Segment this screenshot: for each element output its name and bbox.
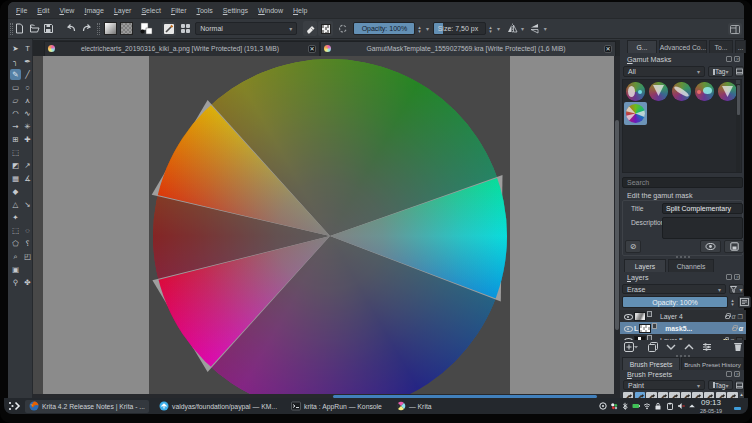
- virtual-desktop-pager[interactable]: [734, 407, 741, 410]
- delete-layer-button[interactable]: [732, 341, 744, 353]
- blend-mode-select[interactable]: Normal▾: [195, 22, 297, 35]
- color-sampler-tool[interactable]: ↗: [22, 160, 33, 171]
- brush-tag-button[interactable]: Tag▾: [708, 380, 733, 390]
- docker-tab-3[interactable]: To...: [709, 40, 733, 53]
- brush-filter-select[interactable]: Paint▾: [623, 380, 705, 390]
- close-docker-icon[interactable]: [734, 274, 740, 280]
- tab-close-button[interactable]: ✕: [604, 45, 612, 53]
- add-layer-button[interactable]: [622, 341, 642, 353]
- gamut-mask-thumb-6[interactable]: [626, 104, 645, 123]
- lock-open-icon[interactable]: [725, 315, 730, 319]
- mask-grid-scroll-up-arrow[interactable]: [736, 80, 740, 84]
- edit-shapes-tool[interactable]: ╮: [10, 56, 21, 67]
- screenlock-tray-icon[interactable]: [654, 402, 662, 410]
- select-rectangular-tool[interactable]: ⬚: [10, 225, 21, 236]
- layer-properties-button[interactable]: [700, 341, 714, 353]
- float-docker-icon[interactable]: [726, 56, 732, 62]
- layer-row-2[interactable]: Lmask5...α: [620, 322, 746, 334]
- gamut-save-button[interactable]: [724, 240, 744, 253]
- gamut-mask-thumb-3[interactable]: [672, 82, 691, 101]
- select-polygonal-tool[interactable]: ⬠: [10, 238, 21, 249]
- move-tool[interactable]: ✚: [22, 134, 33, 145]
- layer-visibility-icon[interactable]: [624, 325, 631, 332]
- open-document-button[interactable]: [28, 21, 40, 36]
- mirror-horizontal-arrow[interactable]: ▾: [519, 21, 526, 36]
- size-options-arrow[interactable]: ▾: [495, 21, 502, 36]
- gamut-title-input[interactable]: Split Complementary: [662, 203, 743, 214]
- choose-brush-preset-button[interactable]: [179, 21, 192, 36]
- panel-splitter-dots[interactable]: [676, 256, 690, 258]
- taskbar-task-kmail[interactable]: valdyas/foundation/paypal — KM...: [155, 400, 281, 413]
- tab-close-button[interactable]: ✕: [308, 45, 316, 53]
- taskbar-task-krita[interactable]: — Krita: [392, 400, 436, 413]
- gamut-filter-select[interactable]: All▾: [623, 66, 705, 77]
- gamut-mask-thumb-1[interactable]: [626, 82, 645, 101]
- freehand-path-tool[interactable]: ∿: [22, 108, 33, 119]
- layer-blend-mode-select[interactable]: Erase▾: [622, 284, 726, 294]
- lock-open-icon[interactable]: [732, 327, 737, 331]
- move-layer-down-button[interactable]: [664, 341, 678, 353]
- brush-display-mode-button[interactable]: [735, 380, 744, 390]
- inherit-alpha-icon[interactable]: ❐: [738, 313, 743, 320]
- gamut-display-mode-button[interactable]: [735, 66, 744, 77]
- wifi-tray-icon[interactable]: [643, 402, 651, 410]
- menu-file[interactable]: File: [11, 5, 32, 16]
- canvas-area[interactable]: [33, 56, 614, 395]
- polyline-tool[interactable]: ⋏: [22, 95, 33, 106]
- channels-tab[interactable]: Channels: [668, 259, 714, 272]
- gamut-cancel-button[interactable]: ⊘: [625, 240, 641, 253]
- size-slider[interactable]: Size: 7,50 px: [433, 22, 486, 35]
- gradient-chooser-button[interactable]: [104, 22, 117, 35]
- mirror-horizontal-button[interactable]: [507, 21, 519, 36]
- polygon-tool[interactable]: ▱: [10, 95, 21, 106]
- brush-history-tab[interactable]: Brush Preset History: [681, 357, 744, 370]
- layer-scroll-down-box[interactable]: ▾: [736, 337, 743, 341]
- lock-closed-icon[interactable]: [723, 339, 728, 340]
- gamut-mask-thumb-4[interactable]: [695, 82, 714, 101]
- rectangle-tool[interactable]: ▭: [10, 82, 21, 93]
- fill-tool[interactable]: ◆: [10, 186, 21, 197]
- volume-muted-tray-icon[interactable]: [677, 402, 685, 410]
- layer-view-properties-button[interactable]: [738, 296, 751, 308]
- preserve-alpha-button[interactable]: [318, 21, 333, 36]
- select-bezier-tool[interactable]: ◰: [22, 251, 33, 262]
- layer-opacity-spinner[interactable]: ▴▾: [729, 296, 736, 308]
- alpha-icon[interactable]: α: [739, 325, 743, 332]
- pattern-edit-tool[interactable]: ▦: [10, 173, 21, 184]
- menu-filter[interactable]: Filter: [166, 5, 192, 16]
- select-similar-color-tool[interactable]: ⌕: [10, 251, 21, 262]
- dynamic-brush-tool[interactable]: ⇝: [10, 121, 21, 132]
- save-button[interactable]: [43, 21, 55, 36]
- gamut-mask-thumb-5[interactable]: [718, 82, 737, 101]
- menu-tools[interactable]: Tools: [191, 5, 217, 16]
- crop-tool[interactable]: ⬚: [10, 147, 21, 158]
- battery-tray-icon[interactable]: [632, 402, 640, 410]
- clipboard-tray-icon[interactable]: [666, 402, 674, 410]
- gamut-preview-button[interactable]: [700, 240, 721, 253]
- float-docker-icon[interactable]: [726, 274, 732, 280]
- float-docker-icon[interactable]: [726, 371, 732, 377]
- calligraphy-tool[interactable]: ✒: [22, 56, 33, 67]
- menu-view[interactable]: View: [54, 5, 79, 16]
- mirror-vertical-arrow[interactable]: ▾: [542, 21, 549, 36]
- workspace-chooser-button[interactable]: [728, 23, 742, 35]
- menu-select[interactable]: Select: [136, 5, 165, 16]
- opacity-slider[interactable]: Opacity: 100%: [353, 22, 415, 35]
- vscroll-handle[interactable]: [615, 120, 619, 330]
- reload-preset-button[interactable]: [336, 21, 348, 36]
- taskbar-clock[interactable]: 09:1328-05-19: [695, 398, 727, 414]
- redo-button[interactable]: [80, 21, 92, 36]
- text-tool[interactable]: T: [22, 43, 33, 54]
- size-spinner[interactable]: ▴▾: [487, 21, 494, 36]
- menu-help[interactable]: Help: [288, 5, 312, 16]
- layer-row-1[interactable]: Layer 4α❐: [620, 310, 746, 322]
- close-docker-icon[interactable]: [734, 56, 740, 62]
- docker-tab-4[interactable]: ...: [735, 40, 746, 53]
- ellipse-tool[interactable]: ○: [22, 82, 33, 93]
- gamut-tag-button[interactable]: Tag▾: [708, 66, 733, 77]
- transform-tool[interactable]: ⊞: [10, 134, 21, 145]
- pattern-chooser-button[interactable]: [120, 22, 133, 35]
- duplicate-layer-button[interactable]: [646, 341, 660, 353]
- layer-visibility-icon[interactable]: [624, 337, 631, 341]
- assistants-tool[interactable]: △: [10, 199, 21, 210]
